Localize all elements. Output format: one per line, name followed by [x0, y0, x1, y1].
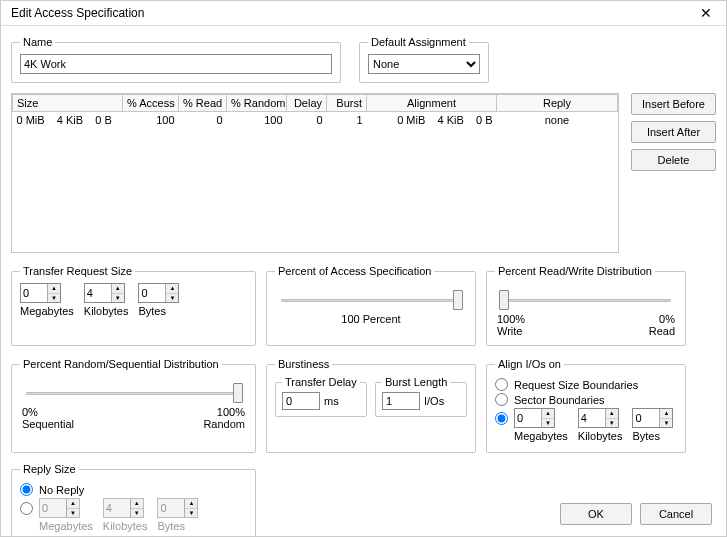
spec-table-wrap: Size % Access % Read % Random Delay Burs… [11, 93, 619, 253]
spin-up-icon[interactable]: ▲ [185, 499, 197, 509]
spin-down-icon[interactable]: ▼ [542, 419, 554, 428]
spin-up-icon[interactable]: ▲ [606, 409, 618, 419]
spin-up-icon[interactable]: ▲ [660, 409, 672, 419]
table-row[interactable]: 0 MiB 4 KiB 0 B 100 0 100 0 1 0 MiB 4 Ki… [13, 112, 618, 129]
prsd-slider-thumb[interactable] [233, 383, 243, 403]
spin-down-icon[interactable]: ▼ [185, 509, 197, 518]
cell-burst: 1 [327, 112, 367, 129]
pas-slider-track [281, 299, 461, 302]
align-kb-label: Kilobytes [578, 430, 623, 442]
align-b-input[interactable] [633, 409, 659, 427]
trs-mb-spinner[interactable]: ▲▼ [20, 283, 61, 303]
bl-legend: Burst Length [382, 376, 450, 388]
default-assignment-fieldset: Default Assignment None [359, 36, 489, 83]
col-reply[interactable]: Reply [497, 95, 618, 112]
col-access[interactable]: % Access [123, 95, 179, 112]
pas-legend: Percent of Access Specification [275, 265, 434, 277]
burst-length-input[interactable] [382, 392, 420, 410]
reply-mb-spinner[interactable]: ▲▼ [39, 498, 80, 518]
transfer-delay-input[interactable] [282, 392, 320, 410]
pas-slider-thumb[interactable] [453, 290, 463, 310]
spin-up-icon[interactable]: ▲ [48, 284, 60, 294]
spin-down-icon[interactable]: ▼ [48, 294, 60, 303]
align-b-label: Bytes [632, 430, 660, 442]
align-custom-radio[interactable] [495, 412, 508, 425]
col-alignment[interactable]: Alignment [367, 95, 497, 112]
prw-right-pct: 0% [659, 313, 675, 325]
align-legend: Align I/Os on [495, 358, 564, 370]
align-kb-spinner[interactable]: ▲▼ [578, 408, 619, 428]
td-legend: Transfer Delay [282, 376, 360, 388]
insert-before-button[interactable]: Insert Before [631, 93, 716, 115]
align-mb-label: Megabytes [514, 430, 568, 442]
burst-legend: Burstiness [275, 358, 332, 370]
align-kb-input[interactable] [579, 409, 605, 427]
spin-up-icon[interactable]: ▲ [542, 409, 554, 419]
col-size[interactable]: Size [13, 95, 123, 112]
trs-kb-spinner[interactable]: ▲▼ [84, 283, 125, 303]
align-request-radio[interactable] [495, 378, 508, 391]
prsd-slider[interactable] [22, 380, 245, 404]
trs-b-spinner[interactable]: ▲▼ [138, 283, 179, 303]
name-fieldset: Name [11, 36, 341, 83]
percent-access-spec-fieldset: Percent of Access Specification 100 Perc… [266, 265, 476, 346]
align-b-spinner[interactable]: ▲▼ [632, 408, 673, 428]
cell-delay: 0 [287, 112, 327, 129]
insert-after-button[interactable]: Insert After [631, 121, 716, 143]
spin-down-icon[interactable]: ▼ [112, 294, 124, 303]
prw-left-label: Write [497, 325, 522, 337]
reply-kb-spinner[interactable]: ▲▼ [103, 498, 144, 518]
trs-mb-input[interactable] [21, 284, 47, 302]
spin-down-icon[interactable]: ▼ [67, 509, 79, 518]
cell-reply: none [497, 112, 618, 129]
prsd-left-pct: 0% [22, 406, 38, 418]
name-legend: Name [20, 36, 55, 48]
reply-mb-input[interactable] [40, 499, 66, 517]
table-header-row: Size % Access % Read % Random Delay Burs… [13, 95, 618, 112]
reply-b-input[interactable] [158, 499, 184, 517]
reply-custom-radio[interactable] [20, 502, 33, 515]
spin-down-icon[interactable]: ▼ [131, 509, 143, 518]
cancel-button[interactable]: Cancel [640, 503, 712, 525]
align-mb-input[interactable] [515, 409, 541, 427]
transfer-delay-fieldset: Transfer Delay ms [275, 376, 367, 417]
reply-mb-label: Megabytes [39, 520, 93, 532]
trs-kb-input[interactable] [85, 284, 111, 302]
trs-legend: Transfer Request Size [20, 265, 135, 277]
default-assignment-select[interactable]: None [368, 54, 480, 74]
close-icon[interactable]: ✕ [694, 5, 718, 21]
name-input[interactable] [20, 54, 332, 74]
window-title: Edit Access Specification [11, 6, 144, 20]
col-delay[interactable]: Delay [287, 95, 327, 112]
trs-kb-label: Kilobytes [84, 305, 129, 317]
prw-slider-thumb[interactable] [499, 290, 509, 310]
prw-legend: Percent Read/Write Distribution [495, 265, 655, 277]
spec-table[interactable]: Size % Access % Read % Random Delay Burs… [12, 94, 618, 128]
spin-down-icon[interactable]: ▼ [166, 294, 178, 303]
align-sector-radio[interactable] [495, 393, 508, 406]
spin-up-icon[interactable]: ▲ [112, 284, 124, 294]
reply-b-spinner[interactable]: ▲▼ [157, 498, 198, 518]
percent-read-write-fieldset: Percent Read/Write Distribution 100% 0% … [486, 265, 686, 346]
align-mb-spinner[interactable]: ▲▼ [514, 408, 555, 428]
prsd-legend: Percent Random/Sequential Distribution [20, 358, 222, 370]
spin-up-icon[interactable]: ▲ [131, 499, 143, 509]
ok-button[interactable]: OK [560, 503, 632, 525]
no-reply-radio[interactable] [20, 483, 33, 496]
col-read[interactable]: % Read [179, 95, 227, 112]
align-fieldset: Align I/Os on Request Size Boundaries Se… [486, 358, 686, 453]
spin-up-icon[interactable]: ▲ [67, 499, 79, 509]
delete-button[interactable]: Delete [631, 149, 716, 171]
trs-b-input[interactable] [139, 284, 165, 302]
default-assignment-legend: Default Assignment [368, 36, 469, 48]
prw-slider[interactable] [497, 287, 675, 311]
reply-kb-input[interactable] [104, 499, 130, 517]
reply-b-label: Bytes [157, 520, 185, 532]
prw-left-pct: 100% [497, 313, 525, 325]
spin-up-icon[interactable]: ▲ [166, 284, 178, 294]
col-burst[interactable]: Burst [327, 95, 367, 112]
col-random[interactable]: % Random [227, 95, 287, 112]
spin-down-icon[interactable]: ▼ [606, 419, 618, 428]
pas-slider[interactable] [277, 287, 465, 311]
spin-down-icon[interactable]: ▼ [660, 419, 672, 428]
